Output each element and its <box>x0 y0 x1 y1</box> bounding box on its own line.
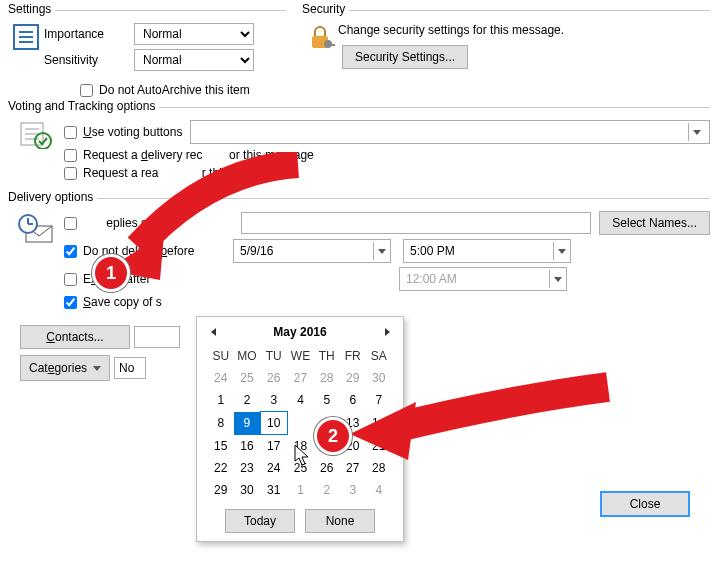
importance-select[interactable]: Normal <box>134 23 254 45</box>
calendar-day[interactable]: 24 <box>208 367 234 389</box>
use-voting-label: UUse voting buttonsse voting buttons <box>83 125 182 139</box>
calendar-day-header: SU <box>208 345 234 367</box>
calendar-day[interactable]: 28 <box>314 367 340 389</box>
calendar-day[interactable]: 26 <box>260 367 287 389</box>
expires-after-time[interactable]: 12:00 AM <box>399 267 567 291</box>
importance-label: Importance <box>44 27 134 41</box>
calendar-day[interactable]: 9 <box>234 412 261 435</box>
voting-group: Voting and Tracking options UUse voting … <box>8 107 710 188</box>
calendar-day[interactable]: 27 <box>287 367 314 389</box>
calendar-day-header: WE <box>287 345 314 367</box>
calendar-prev-button[interactable] <box>203 328 223 336</box>
calendar-day[interactable]: 21 <box>366 435 392 458</box>
checklist-icon <box>8 116 64 152</box>
cursor-icon <box>294 444 312 471</box>
calendar-day[interactable]: 4 <box>366 479 392 501</box>
calendar-day[interactable]: 23 <box>234 457 261 479</box>
contacts-input[interactable] <box>134 326 180 348</box>
chevron-down-icon <box>93 366 101 371</box>
security-desc: Change security settings for this messag… <box>338 19 710 45</box>
security-group: Security Change security settings for th… <box>302 10 710 79</box>
calendar-next-button[interactable] <box>377 328 397 336</box>
close-button[interactable]: Close <box>600 491 690 517</box>
calendar-day[interactable]: 17 <box>260 435 287 458</box>
calendar-day[interactable]: 1 <box>287 479 314 501</box>
delivery-legend: Delivery options <box>8 190 97 204</box>
sensitivity-label: Sensitivity <box>44 53 134 67</box>
calendar-day <box>287 412 314 435</box>
calendar-day[interactable]: 24 <box>260 457 287 479</box>
calendar-day-header: FR <box>340 345 366 367</box>
calendar-day[interactable]: 26 <box>314 457 340 479</box>
request-delivery-checkbox[interactable] <box>64 149 77 162</box>
chevron-down-icon[interactable] <box>553 242 570 260</box>
calendar-day-header: SA <box>366 345 392 367</box>
calendar-day[interactable]: 3 <box>340 479 366 501</box>
autoarchive-label: Do not AutoArchive this item <box>99 83 250 97</box>
categories-input[interactable] <box>114 357 146 379</box>
calendar-day[interactable]: 30 <box>366 367 392 389</box>
lock-icon <box>302 19 338 55</box>
request-delivery-label: Request a delivery rec or this message <box>83 148 314 162</box>
calendar-day-header: MO <box>234 345 261 367</box>
voting-legend: Voting and Tracking options <box>8 99 159 113</box>
use-voting-checkbox[interactable] <box>64 126 77 139</box>
request-read-checkbox[interactable] <box>64 167 77 180</box>
calendar-day[interactable]: 4 <box>287 389 314 412</box>
scheduled-delivery-icon <box>8 207 64 251</box>
sensitivity-select[interactable]: Normal <box>134 49 254 71</box>
calendar-day[interactable]: 6 <box>340 389 366 412</box>
voting-buttons-combo[interactable] <box>190 120 710 144</box>
calendar-none-button[interactable]: None <box>305 509 375 533</box>
calendar-day[interactable]: 2 <box>234 389 261 412</box>
deliver-before-checkbox[interactable] <box>64 245 77 258</box>
calendar-day[interactable]: 22 <box>208 457 234 479</box>
calendar-day[interactable]: 7 <box>366 389 392 412</box>
calendar-day[interactable]: 15 <box>208 435 234 458</box>
autoarchive-checkbox[interactable] <box>80 84 93 97</box>
calendar-day[interactable]: 3 <box>260 389 287 412</box>
expires-after-checkbox[interactable] <box>64 273 77 286</box>
calendar-day[interactable]: 8 <box>208 412 234 435</box>
contacts-button[interactable]: Contacts... <box>20 325 130 349</box>
calendar-day-header: TU <box>260 345 287 367</box>
save-copy-label: Save copy of s <box>83 295 162 309</box>
calendar-day[interactable]: 29 <box>340 367 366 389</box>
request-read-label: Request a rea r this message <box>83 166 280 180</box>
calendar-day[interactable]: 27 <box>340 457 366 479</box>
calendar-day[interactable]: 10 <box>260 412 287 435</box>
replies-to-label: eplies sent to <box>83 216 233 230</box>
settings-group: Settings Importance Normal Sensitivity N… <box>8 10 286 79</box>
security-legend: Security <box>302 2 349 16</box>
security-settings-button[interactable]: Security Settings... <box>342 45 468 69</box>
calendar-grid: SUMOTUWETHFRSA 2425262728293012345678910… <box>208 345 393 501</box>
calendar-day[interactable]: 5 <box>314 389 340 412</box>
replies-to-checkbox[interactable] <box>64 217 77 230</box>
calendar-day[interactable]: 14 <box>366 412 392 435</box>
calendar-day[interactable]: 28 <box>366 457 392 479</box>
deliver-before-time[interactable]: 5:00 PM <box>403 239 571 263</box>
calendar-day-header: TH <box>314 345 340 367</box>
settings-legend: Settings <box>8 2 55 16</box>
annotation-badge-1: 1 <box>92 254 130 292</box>
calendar-popup: May 2016 SUMOTUWETHFRSA 2425262728293012… <box>196 316 404 542</box>
svg-rect-6 <box>330 44 335 46</box>
categories-button[interactable]: Categories <box>20 355 110 381</box>
calendar-day[interactable]: 29 <box>208 479 234 501</box>
deliver-before-date[interactable]: 5/9/16 <box>233 239 391 263</box>
calendar-title: May 2016 <box>273 325 326 339</box>
annotation-badge-2: 2 <box>314 417 352 455</box>
select-names-button[interactable]: Select Names... <box>599 211 710 235</box>
calendar-day[interactable]: 25 <box>234 367 261 389</box>
calendar-day[interactable]: 1 <box>208 389 234 412</box>
calendar-day[interactable]: 31 <box>260 479 287 501</box>
chevron-down-icon[interactable] <box>373 242 390 260</box>
calendar-day[interactable]: 2 <box>314 479 340 501</box>
chevron-down-icon[interactable] <box>549 270 566 288</box>
calendar-day[interactable]: 16 <box>234 435 261 458</box>
calendar-day[interactable]: 30 <box>234 479 261 501</box>
properties-icon <box>8 19 44 55</box>
replies-to-input[interactable] <box>241 212 591 234</box>
calendar-today-button[interactable]: Today <box>225 509 295 533</box>
save-copy-checkbox[interactable] <box>64 296 77 309</box>
